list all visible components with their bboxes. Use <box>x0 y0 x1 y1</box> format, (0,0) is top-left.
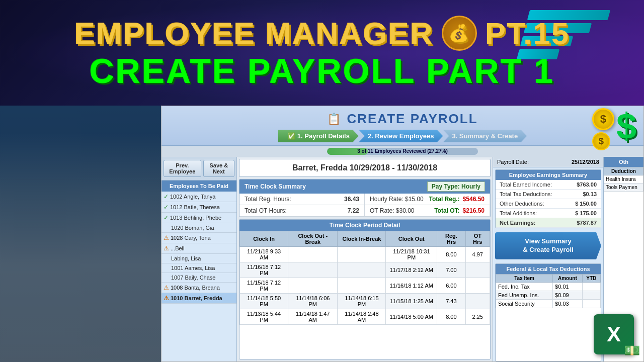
es-row-other-ded: Other Deductions: $ 150.00 <box>496 199 601 209</box>
tc-cell: Total Reg. Hours: 36.43 <box>239 194 365 205</box>
employees-panel-title: Employees To Be Paid <box>162 180 236 192</box>
progress-area: 3 of 11 Employees Reviewed (27.27%) <box>162 146 643 157</box>
list-item[interactable]: 1007 Baily, Chase <box>162 273 236 283</box>
table-row: 11/16/18 7:12 PM 11/17/18 2:12 AM 7.00 <box>240 262 490 278</box>
title-line1: EMPLOYEE MANAGER 💰 PT.15 <box>74 16 570 51</box>
list-item[interactable]: ✓ 1002 Angle, Tanya <box>162 192 236 202</box>
td-table: Tax Item Amount YTD Fed. Inc. Tax $0.01 <box>496 274 601 308</box>
es-row-tax: Total Tax Deductions: $0.13 <box>496 190 601 199</box>
period-detail: Time Clock Period Detail Clock In Clock … <box>239 219 491 359</box>
list-item[interactable]: 1001 Aames, Lisa <box>162 263 236 273</box>
money-icon: 💰 <box>442 16 477 51</box>
progress-bar-container: 3 of 11 Employees Reviewed (27.27%) <box>327 148 478 155</box>
app-body: Prev. Employee Save & Next Employees To … <box>162 157 643 361</box>
save-next-button[interactable]: Save & Next <box>203 160 234 177</box>
header-banner: EMPLOYEE MANAGER 💰 PT.15 CREATE PAYROLL … <box>0 0 644 106</box>
check-icon: ✓ <box>164 204 169 211</box>
coin-icon-1: $ <box>592 108 614 130</box>
es-row-additions: Total Additions: $ 175.00 <box>496 209 601 218</box>
tax-deductions-header: Federal & Local Tax Deductions <box>496 264 601 274</box>
list-item[interactable]: ✓ 1013 Behling, Phebe <box>162 213 236 223</box>
col-ytd: YTD <box>582 274 600 282</box>
dollar-decoration: $ $ $ <box>592 108 636 150</box>
app-window: 📋 CREATE PAYROLL ✅ 1. Payroll Details 2.… <box>161 106 644 362</box>
col-amount: Amount <box>553 274 583 282</box>
warn-icon: ⚠ <box>164 245 169 252</box>
app-header: 📋 CREATE PAYROLL ✅ 1. Payroll Details 2.… <box>162 106 643 146</box>
employee-list: ✓ 1002 Angle, Tanya ✓ 1012 Batie, Theres… <box>162 192 236 361</box>
payroll-date-bar: Payroll Date: 25/12/2018 <box>493 157 603 167</box>
table-row: Tools Paymen <box>604 184 643 192</box>
table-row: Fed Unemp. Ins. $0.09 <box>496 291 601 299</box>
table-row: Social Security $0.03 <box>496 299 601 308</box>
other-deductions-header: Oth <box>604 157 643 167</box>
es-row-earned: Total Earned Income: $763.00 <box>496 180 601 190</box>
check-icon: ✓ <box>164 214 169 221</box>
step-1-check: ✅ <box>287 132 295 140</box>
step-wizard: ✅ 1. Payroll Details 2. Review Employees… <box>172 130 633 142</box>
earnings-summary: Employee Earnings Summary Total Earned I… <box>495 169 601 228</box>
col-tax-item: Tax Item <box>496 274 553 282</box>
table-row: 11/13/18 5:44 PM 11/14/18 1:47 AM 11/14/… <box>240 309 490 325</box>
table-row: Fed. Inc. Tax $0.01 <box>496 282 601 291</box>
list-item[interactable]: 1020 Boman, Gia <box>162 223 236 233</box>
list-item[interactable]: ⚠ 1008 Banta, Breana <box>162 283 236 293</box>
payroll-date-value: 25/12/2018 <box>572 159 599 165</box>
other-deductions-table: Deduction Health Insura Tools Paymen <box>604 167 643 192</box>
table-row: 11/15/18 7:12 PM 11/16/18 1:12 AM 6.00 <box>240 278 490 294</box>
warn-icon: ⚠ <box>164 295 169 302</box>
list-item[interactable]: ✓ 1012 Batie, Theresa <box>162 202 236 213</box>
col-reg-hrs: Reg. Hrs <box>437 231 465 247</box>
col-clock-out: Clock Out <box>386 231 437 247</box>
tax-deductions: Federal & Local Tax Deductions Tax Item … <box>495 263 601 361</box>
step-2[interactable]: 2. Review Employees <box>359 130 443 142</box>
tc-cell: Total OT Hours: 7.22 <box>239 205 365 217</box>
main-content: 📋 CREATE PAYROLL ✅ 1. Payroll Details 2.… <box>0 106 644 362</box>
tc-header: Time Clock Summary Pay Type: Hourly <box>239 179 490 194</box>
view-summary-button[interactable]: View Summary& Create Payroll <box>495 232 601 259</box>
es-row-net: Net Earnings: $787.87 <box>496 218 601 228</box>
dollar-sign-large: $ <box>616 108 636 144</box>
right-panel: Payroll Date: 25/12/2018 Employee Earnin… <box>493 157 603 361</box>
coin-icon-2: $ <box>592 132 610 150</box>
col-ot-hrs: OT Hrs <box>465 231 490 247</box>
step-3[interactable]: 3. Summary & Create <box>443 130 527 142</box>
tc-body: Total Reg. Hours: 36.43 Hourly Rate: $15… <box>239 194 490 217</box>
nav-buttons: Prev. Employee Save & Next <box>162 157 236 180</box>
col-clock-out-break: Clock Out -Break <box>288 231 338 247</box>
check-icon: ✓ <box>164 193 169 200</box>
list-item[interactable]: ⚠ 1028 Cary, Tona <box>162 233 236 243</box>
warn-icon: ⚠ <box>164 284 169 291</box>
pd-header: Time Clock Period Detail <box>239 220 490 231</box>
time-clock-summary: Time Clock Summary Pay Type: Hourly Tota… <box>239 179 491 217</box>
pd-table: Clock In Clock Out -Break Clock In-Break… <box>239 231 490 325</box>
payroll-date-label: Payroll Date: <box>497 159 529 165</box>
earnings-summary-header: Employee Earnings Summary <box>496 170 601 180</box>
col-clock-in-break: Clock In-Break <box>338 231 386 247</box>
step-1[interactable]: ✅ 1. Payroll Details <box>278 130 359 142</box>
list-item[interactable]: Labing, Lisa <box>162 254 236 263</box>
employee-header-bar: Barret, Fredda 10/29/2018 - 11/30/2018 <box>239 159 491 177</box>
person-area <box>0 106 161 362</box>
prev-employee-button[interactable]: Prev. Employee <box>164 160 201 177</box>
list-item[interactable]: ⚠ ...Bell <box>162 243 236 254</box>
app-title: 📋 CREATE PAYROLL <box>172 111 633 127</box>
col-clock-in: Clock In <box>240 231 288 247</box>
table-row: Health Insura <box>604 175 643 184</box>
person-silhouette <box>0 121 161 362</box>
table-row: 11/14/18 5:50 PM 11/14/18 6:06 PM 11/14/… <box>240 294 490 309</box>
money-emoji: 💵 <box>624 343 640 358</box>
tc-cell: Hourly Rate: $15.00 Total Reg.: $546.50 <box>365 194 490 205</box>
employee-panel: Prev. Employee Save & Next Employees To … <box>162 157 237 361</box>
title-line2: CREATE PAYROLL PART 1 <box>90 51 554 90</box>
warn-icon: ⚠ <box>164 234 169 241</box>
tc-cell: OT Rate: $30.00 Total OT: $216.50 <box>365 205 490 217</box>
list-item[interactable]: ⚠ 1010 Barret, Fredda <box>162 293 236 304</box>
excel-icon-area: X 💵 <box>594 314 634 354</box>
center-panel: Barret, Fredda 10/29/2018 - 11/30/2018 T… <box>237 157 493 361</box>
pay-type-badge: Pay Type: Hourly <box>427 182 485 192</box>
payroll-icon: 📋 <box>327 113 342 126</box>
table-row: 11/21/18 9:33 AM 11/21/18 10:31 PM 8.00 … <box>240 247 490 262</box>
progress-text: 3 of 11 Employees Reviewed (27.27%) <box>327 148 478 154</box>
excel-icon: X 💵 <box>594 314 634 354</box>
